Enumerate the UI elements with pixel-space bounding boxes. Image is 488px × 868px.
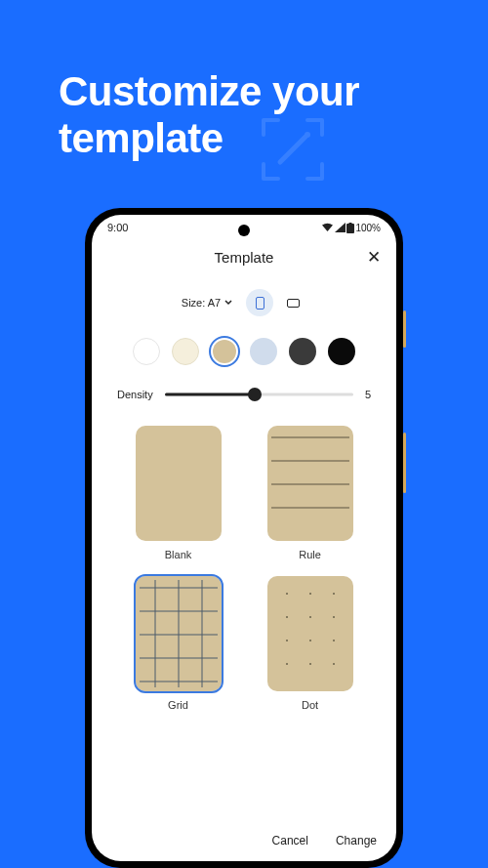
size-orientation-row: Size: A7 bbox=[92, 275, 396, 324]
swatch-charcoal[interactable] bbox=[287, 336, 318, 367]
headline-line2: template bbox=[59, 115, 224, 161]
magic-wand-icon bbox=[259, 115, 327, 184]
svg-point-19 bbox=[309, 616, 311, 618]
svg-point-25 bbox=[309, 663, 311, 665]
template-blank-label: Blank bbox=[165, 549, 192, 560]
grid-lines-icon bbox=[136, 576, 222, 691]
svg-point-21 bbox=[286, 640, 288, 641]
marketing-headline: Customize your template bbox=[0, 0, 488, 163]
footer-actions: Cancel Change bbox=[272, 834, 377, 847]
dot-pattern-icon bbox=[267, 576, 353, 691]
template-grid-option[interactable]: Grid bbox=[129, 576, 227, 711]
swatch-cream[interactable] bbox=[170, 336, 201, 367]
template-rule-label: Rule bbox=[299, 549, 321, 560]
template-rule[interactable]: Rule bbox=[261, 426, 359, 560]
close-button[interactable]: ✕ bbox=[367, 249, 381, 266]
svg-point-17 bbox=[333, 593, 335, 595]
signal-icon bbox=[335, 223, 346, 232]
size-label: Size: A7 bbox=[182, 297, 221, 309]
svg-point-26 bbox=[333, 663, 335, 665]
landscape-icon bbox=[287, 299, 300, 308]
template-grid: Blank Rule bbox=[92, 408, 396, 711]
template-blank[interactable]: Blank bbox=[129, 426, 227, 560]
svg-point-23 bbox=[333, 640, 335, 641]
swatch-light-blue[interactable] bbox=[248, 336, 279, 367]
density-value: 5 bbox=[365, 389, 371, 400]
template-dot[interactable]: Dot bbox=[261, 576, 359, 711]
svg-point-15 bbox=[286, 593, 288, 595]
orientation-landscape-button[interactable] bbox=[279, 289, 306, 316]
svg-rect-2 bbox=[349, 223, 352, 225]
status-right: 100% bbox=[321, 223, 381, 233]
volume-button bbox=[403, 433, 406, 493]
svg-rect-1 bbox=[346, 224, 354, 233]
cancel-button[interactable]: Cancel bbox=[272, 834, 308, 847]
template-dot-label: Dot bbox=[302, 699, 318, 711]
color-swatches bbox=[92, 324, 396, 373]
chevron-down-icon bbox=[224, 300, 232, 306]
headline-line1: Customize your bbox=[59, 68, 359, 114]
template-grid-label: Grid bbox=[168, 699, 188, 711]
orientation-toggle bbox=[246, 289, 306, 316]
swatch-white[interactable] bbox=[131, 336, 162, 367]
camera-hole bbox=[238, 225, 250, 236]
svg-point-22 bbox=[309, 640, 311, 641]
battery-text: 100% bbox=[355, 223, 381, 233]
phone-screen: 9:00 100% Template ✕ Size: A7 bbox=[92, 215, 396, 861]
change-button[interactable]: Change bbox=[336, 834, 377, 847]
svg-point-16 bbox=[309, 593, 311, 595]
density-row: Density 5 bbox=[92, 373, 396, 408]
svg-point-24 bbox=[286, 663, 288, 665]
screen-title: Template bbox=[215, 249, 274, 266]
density-label: Density bbox=[117, 389, 153, 400]
svg-point-18 bbox=[286, 616, 288, 618]
phone-frame: 9:00 100% Template ✕ Size: A7 bbox=[85, 208, 403, 868]
orientation-portrait-button[interactable] bbox=[246, 289, 273, 316]
wifi-icon bbox=[321, 223, 334, 232]
title-bar: Template ✕ bbox=[92, 237, 396, 275]
svg-point-0 bbox=[305, 132, 310, 138]
portrait-icon bbox=[256, 297, 264, 310]
rule-lines-icon bbox=[267, 426, 353, 541]
power-button bbox=[403, 310, 406, 348]
battery-icon bbox=[346, 223, 354, 233]
density-slider[interactable] bbox=[165, 387, 353, 402]
swatch-tan[interactable] bbox=[209, 336, 240, 367]
svg-point-20 bbox=[333, 616, 335, 618]
swatch-black[interactable] bbox=[326, 336, 357, 367]
status-time: 9:00 bbox=[107, 222, 128, 233]
size-dropdown[interactable]: Size: A7 bbox=[182, 297, 232, 309]
